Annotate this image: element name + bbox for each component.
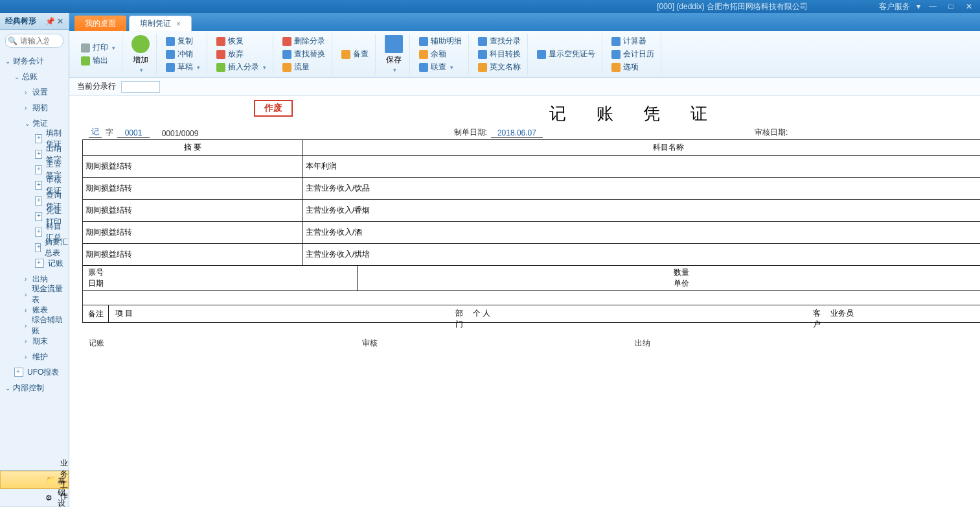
calendar-button[interactable]: 会计日历 (609, 48, 657, 61)
calc-button[interactable]: 计算器 (609, 35, 657, 48)
showempty-button[interactable]: 显示空凭证号 (534, 48, 598, 61)
service-label[interactable]: 客户服务 (879, 1, 910, 12)
voucher-area: 作废 记 账 凭 证 记 字 0001 0001/0009 制单日期: (69, 96, 980, 507)
sidebar-header: 经典树形 📌 ✕ (0, 13, 69, 30)
cell-abstract: 期间损益结转 (83, 244, 303, 266)
cell-abstract: 期间损益结转 (83, 156, 303, 178)
minimize-icon[interactable]: — (927, 2, 939, 11)
table-row[interactable]: 期间损益结转主营业务收入/香烟8928544 (83, 200, 981, 222)
offset-button[interactable]: 冲销 (163, 48, 203, 61)
search-icon (478, 37, 487, 46)
findreplace-button[interactable]: 查找替换 (280, 48, 328, 61)
findsplit-button[interactable]: 查找分录 (475, 35, 523, 48)
convert-icon (478, 50, 487, 59)
save-icon (385, 35, 403, 53)
restore-button[interactable]: 恢复 (214, 35, 269, 48)
sign-cash: 出纳 (635, 338, 908, 349)
add-button[interactable]: 增加 (129, 34, 152, 75)
tree-maintain[interactable]: ›维护 (0, 349, 69, 364)
sidebar-btn-base[interactable]: ⚙基础设置 (0, 489, 69, 507)
tree-internal[interactable]: ⌄内部控制 (0, 380, 69, 395)
save-button[interactable]: 保存 (382, 34, 405, 75)
make-date[interactable]: 2018.06.07 (491, 128, 543, 138)
qty-area[interactable]: 数量 单价 (358, 266, 980, 290)
footer-toolbar (82, 323, 980, 336)
draft-button[interactable]: 草稿 (163, 61, 203, 74)
balance-button[interactable]: 余额 (416, 48, 464, 61)
cell-abstract: 期间损益结转 (83, 178, 303, 200)
maximize-icon[interactable]: □ (945, 2, 957, 11)
sign-audit: 审核 (362, 338, 635, 349)
tree-finance[interactable]: ⌄财务会计 (0, 53, 69, 69)
current-line-input[interactable] (121, 81, 160, 93)
tree-settings[interactable]: ›设置 (0, 84, 69, 100)
svc-icon[interactable]: ▾ (917, 2, 920, 11)
tree-gl[interactable]: ⌄总账 (0, 69, 69, 84)
chinese-amount: 壹佰壹拾叁万捌仟肆佰壹拾伍元肆角陆分 (83, 291, 980, 305)
flow-button[interactable]: 流量 (280, 61, 328, 74)
cell-account: 主营业务收入/烘培 (303, 244, 981, 266)
cell-abstract: 期间损益结转 (83, 222, 303, 244)
close-icon[interactable]: ✕ (963, 2, 975, 11)
tab-desktop[interactable]: 我的桌面 (74, 16, 126, 31)
col-abstract, header-abstract: 摘 要 (83, 140, 303, 156)
draft-icon (166, 63, 175, 72)
offset-icon (166, 50, 175, 59)
insert-icon (216, 63, 225, 72)
table-row[interactable]: 期间损益结转主营业务收入/烘培10337396 (83, 244, 981, 266)
nav-tree: ⌄财务会计 ⌄总账 ›设置 ›期初 ⌄凭证 填制凭证 出纳签字 主管签字 审核凭… (0, 52, 69, 470)
acctconv-button[interactable]: 科目转换 (475, 48, 523, 61)
voucher-no[interactable]: 0001 (117, 128, 150, 138)
find-icon (282, 50, 291, 59)
cell-abstract: 期间损益结转 (83, 200, 303, 222)
cell-account: 本年利润 (303, 156, 981, 178)
sign-row: 记账 审核 出纳 制单 陈睿 (82, 336, 980, 350)
voucher-seq: 0001/0009 (162, 129, 199, 138)
ticket-area[interactable]: 票号 日期 (83, 266, 358, 290)
tab-voucher[interactable]: 填制凭证× (129, 16, 192, 31)
plus-icon (131, 35, 150, 53)
search-icon: 🔍 (8, 36, 17, 45)
pin-icon[interactable]: 📌 ✕ (45, 17, 63, 26)
tree-ufo[interactable]: UFO报表 (0, 364, 69, 380)
backup-button[interactable]: 备查 (339, 48, 371, 61)
abandon-button[interactable]: 放弃 (214, 48, 269, 61)
remarks-area[interactable]: 备注 项 目部 门 个 人客 户 业务员 (82, 305, 980, 323)
insertline-button[interactable]: 插入分录 (214, 61, 269, 74)
output-button[interactable]: 输出 (78, 54, 118, 67)
tree-opening[interactable]: ›期初 (0, 100, 69, 115)
related-button[interactable]: 联查 (416, 61, 464, 74)
titlebar: [000] (deddix) 合肥市拓田网络科技有限公司 客户服务 ▾ — □ … (0, 0, 980, 13)
cell-account: 主营业务收入/香烟 (303, 200, 981, 222)
tabbar: 我的桌面 填制凭证× ▾ ? 🔍 (69, 13, 980, 31)
copy-button[interactable]: 复制 (163, 35, 203, 48)
restore-icon (216, 37, 225, 46)
enname-button[interactable]: 英文名称 (475, 61, 523, 74)
voucher-grid[interactable]: 摘 要 科目名称 借方金额 贷方金额 ▴ 期间损益结转本年利润48093056期… (82, 139, 980, 266)
delline-button[interactable]: 删除分录 (280, 35, 328, 48)
list-icon (419, 37, 428, 46)
link-icon (419, 63, 428, 72)
tree-aux-ledger[interactable]: ›综合辅助账 (0, 318, 69, 333)
table-row[interactable]: 期间损益结转主营业务收入/饮品8154889 (83, 178, 981, 200)
voucher-header: 记 字 0001 0001/0009 制单日期: 2018.06.07 审核日期… (82, 126, 980, 139)
print-button[interactable]: 打印 (78, 41, 118, 54)
options-button[interactable]: 选项 (609, 61, 657, 74)
voucher-prefix[interactable]: 记 (89, 126, 102, 138)
table-row[interactable]: 期间损益结转本年利润48093056 (83, 156, 981, 178)
table-row[interactable]: 期间损益结转主营业务收入/酒66253 (83, 222, 981, 244)
aux-button[interactable]: 辅助明细 (416, 35, 464, 48)
abandon-icon (216, 50, 225, 59)
tree-cashflow[interactable]: ›现金流量表 (0, 287, 69, 302)
delete-icon (282, 37, 291, 46)
printer-icon (81, 43, 90, 53)
sidebar-title: 经典树形 (5, 16, 36, 27)
ribbon: 打印 输出 增加 复制 冲销 草稿 恢复 放弃 插入分录 删除分录 (69, 31, 980, 78)
wrench-icon (611, 63, 621, 72)
tab-close-icon[interactable]: × (176, 19, 181, 29)
tree-abs-summary[interactable]: 摘要汇总表 (0, 240, 69, 255)
header-account: 科目名称 (303, 140, 981, 156)
current-line-label: 当前分录行 (77, 81, 116, 92)
folder-icon (341, 50, 350, 59)
tree-bookkeep[interactable]: 记账 (0, 255, 69, 271)
